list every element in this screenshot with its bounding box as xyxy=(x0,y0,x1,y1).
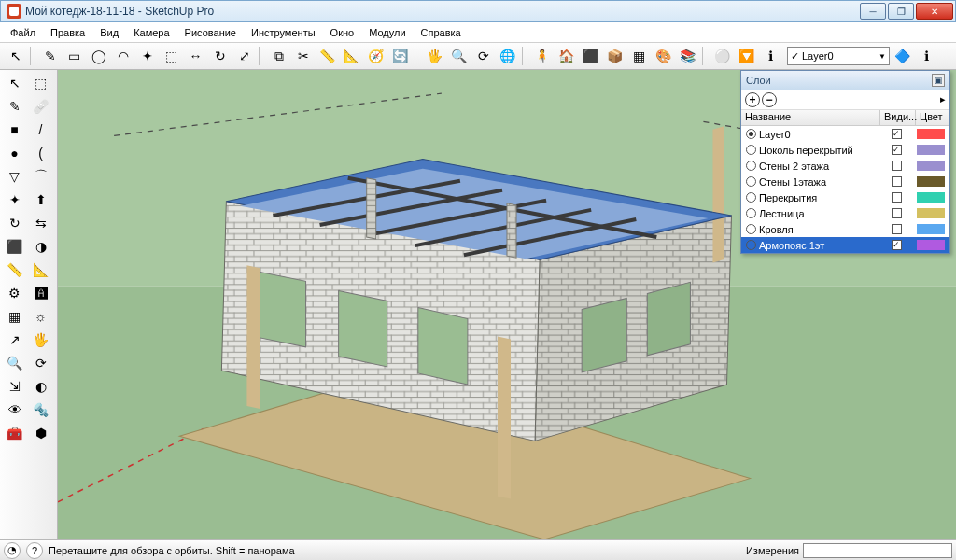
layer-visible-checkbox[interactable] xyxy=(892,161,902,171)
tray-btn-1[interactable]: ⬚ xyxy=(28,72,53,94)
toolbar-btn-19[interactable]: 🌐 xyxy=(496,45,519,67)
layer-active-radio[interactable] xyxy=(746,145,756,155)
menu-правка[interactable]: Правка xyxy=(44,25,91,40)
layer-color-swatch[interactable] xyxy=(917,240,945,250)
toolbar-btn-18[interactable]: ⟳ xyxy=(471,45,495,67)
toolbar-btn-8[interactable]: ↻ xyxy=(208,45,232,67)
toolbar-btn-22[interactable]: ⬛ xyxy=(579,45,602,67)
status-help-icon[interactable]: ? xyxy=(26,542,43,559)
tray-btn-24[interactable]: 🔍 xyxy=(2,352,27,374)
status-geo-icon[interactable]: ◔ xyxy=(4,542,21,559)
toolbar-extra-1[interactable]: 🔷 xyxy=(891,45,914,67)
toolbar-btn-21[interactable]: 🏠 xyxy=(555,45,578,67)
toolbar-btn-4[interactable]: ◠ xyxy=(111,45,134,67)
tray-btn-13[interactable]: ⇆ xyxy=(28,212,53,234)
tray-btn-30[interactable]: 🧰 xyxy=(2,422,27,444)
layers-panel-header[interactable]: Слои ▣ xyxy=(741,71,949,90)
toolbar-btn-26[interactable]: 📚 xyxy=(676,45,699,67)
tray-btn-28[interactable]: 👁 xyxy=(2,399,27,421)
add-layer-button[interactable]: + xyxy=(745,92,760,107)
tray-btn-19[interactable]: 🅰 xyxy=(28,282,53,304)
toolbar-btn-13[interactable]: 📐 xyxy=(340,45,363,67)
measurements-input[interactable] xyxy=(803,543,952,558)
tray-btn-31[interactable]: ⬢ xyxy=(28,422,53,444)
tray-btn-14[interactable]: ⬛ xyxy=(2,235,27,258)
toolbar-btn-20[interactable]: 🧍 xyxy=(530,45,554,67)
maximize-button[interactable]: ❐ xyxy=(888,3,914,20)
layer-visible-checkbox[interactable] xyxy=(892,176,902,187)
menu-модули[interactable]: Модули xyxy=(362,25,412,40)
layer-color-swatch[interactable] xyxy=(917,192,945,203)
tray-btn-21[interactable]: ☼ xyxy=(28,305,53,328)
toolbar-btn-10[interactable]: ⧉ xyxy=(267,45,290,67)
toolbar-btn-0[interactable]: ↖ xyxy=(4,45,27,67)
toolbar-btn-17[interactable]: 🔍 xyxy=(447,45,471,67)
tray-btn-23[interactable]: 🖐 xyxy=(28,329,53,351)
layers-menu-icon[interactable]: ▸ xyxy=(940,93,946,105)
toolbar-btn-23[interactable]: 📦 xyxy=(603,45,626,67)
toolbar-btn-12[interactable]: 📏 xyxy=(316,45,339,67)
menu-инструменты[interactable]: Инструменты xyxy=(245,25,322,40)
layer-color-swatch[interactable] xyxy=(917,176,945,187)
layer-visible-checkbox[interactable]: ✓ xyxy=(892,129,902,139)
layer-active-radio[interactable] xyxy=(746,129,756,139)
layer-dropdown[interactable]: ✓Layer0▼ xyxy=(787,47,890,65)
col-visible[interactable]: Види... xyxy=(880,110,916,125)
toolbar-btn-14[interactable]: 🧭 xyxy=(364,45,387,67)
tray-btn-20[interactable]: ▦ xyxy=(2,305,27,328)
toolbar-btn-16[interactable]: 🖐 xyxy=(423,45,446,67)
viewport-3d[interactable]: Слои ▣ + − ▸ Название Види... Цвет Layer… xyxy=(58,70,956,539)
panel-close-icon[interactable]: ▣ xyxy=(932,74,945,87)
layer-row[interactable]: Layer0✓ xyxy=(741,126,949,142)
tray-btn-12[interactable]: ↻ xyxy=(2,212,27,234)
toolbar-btn-29[interactable]: ℹ xyxy=(759,45,782,67)
tray-btn-25[interactable]: ⟳ xyxy=(28,352,53,374)
menu-камера[interactable]: Камера xyxy=(127,25,176,40)
layer-visible-checkbox[interactable]: ✓ xyxy=(892,145,902,155)
toolbar-btn-24[interactable]: ▦ xyxy=(627,45,651,67)
layer-active-radio[interactable] xyxy=(746,161,756,171)
layer-active-radio[interactable] xyxy=(746,192,756,203)
layer-color-swatch[interactable] xyxy=(917,129,945,139)
tray-btn-11[interactable]: ⬆ xyxy=(28,189,53,211)
layer-color-swatch[interactable] xyxy=(917,145,945,155)
tray-btn-7[interactable]: ( xyxy=(28,142,53,164)
layer-row[interactable]: Стены 2 этажа xyxy=(741,158,949,174)
layer-row[interactable]: Кровля xyxy=(741,221,949,237)
tray-btn-22[interactable]: ↗ xyxy=(2,329,27,351)
layer-visible-checkbox[interactable] xyxy=(892,208,902,218)
toolbar-btn-28[interactable]: 🔽 xyxy=(735,45,758,67)
tray-btn-2[interactable]: ✎ xyxy=(2,95,27,118)
layer-row[interactable]: Цоколь перекрытий✓ xyxy=(741,142,949,158)
tray-btn-15[interactable]: ◑ xyxy=(28,235,53,258)
tray-btn-27[interactable]: ◐ xyxy=(28,375,53,398)
tray-btn-26[interactable]: ⇲ xyxy=(2,375,27,398)
toolbar-extra-2[interactable]: ℹ xyxy=(915,45,938,67)
toolbar-btn-2[interactable]: ▭ xyxy=(63,45,86,67)
layer-row[interactable]: Перекрытия xyxy=(741,189,949,205)
tray-btn-18[interactable]: ⚙ xyxy=(2,282,27,304)
menu-файл[interactable]: Файл xyxy=(4,25,42,40)
tray-btn-5[interactable]: / xyxy=(28,119,53,141)
toolbar-btn-25[interactable]: 🎨 xyxy=(652,45,675,67)
tray-btn-6[interactable]: ● xyxy=(2,142,27,164)
layer-visible-checkbox[interactable]: ✓ xyxy=(892,240,902,250)
col-color[interactable]: Цвет xyxy=(916,110,949,125)
tray-btn-8[interactable]: ▽ xyxy=(2,165,27,188)
tray-btn-0[interactable]: ↖ xyxy=(2,72,27,94)
toolbar-btn-15[interactable]: 🔄 xyxy=(388,45,412,67)
layer-active-radio[interactable] xyxy=(746,208,756,218)
toolbar-btn-3[interactable]: ◯ xyxy=(87,45,110,67)
menu-вид[interactable]: Вид xyxy=(93,25,125,40)
tray-btn-3[interactable]: 🩹 xyxy=(28,95,53,118)
layer-color-swatch[interactable] xyxy=(917,208,945,218)
col-name[interactable]: Название xyxy=(741,110,880,125)
toolbar-btn-27[interactable]: ⚪ xyxy=(710,45,734,67)
layer-row[interactable]: Армопояс 1эт✓ xyxy=(741,237,949,253)
tray-btn-29[interactable]: 🔩 xyxy=(28,399,53,421)
tray-btn-16[interactable]: 📏 xyxy=(2,259,27,281)
minimize-button[interactable]: ─ xyxy=(860,3,886,20)
toolbar-btn-5[interactable]: ✦ xyxy=(135,45,159,67)
menu-рисование[interactable]: Рисование xyxy=(178,25,243,40)
tray-btn-9[interactable]: ⌒ xyxy=(28,165,53,188)
